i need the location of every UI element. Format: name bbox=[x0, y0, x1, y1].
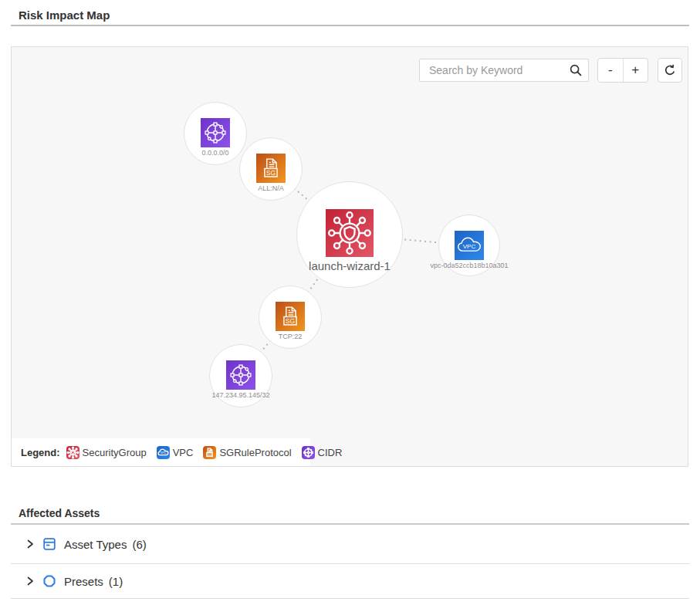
legend-item-security-group: SecurityGroup bbox=[66, 446, 147, 459]
asset-row-asset-types[interactable]: Asset Types(6) bbox=[11, 525, 689, 564]
graph-node-cidr-any[interactable]: 0.0.0.0/0 bbox=[184, 102, 247, 165]
zoom-out-button[interactable]: - bbox=[598, 59, 623, 82]
legend-item-label: SGRuleProtocol bbox=[219, 447, 291, 458]
legend-label: Legend: bbox=[21, 447, 60, 458]
risk-impact-map-canvas[interactable]: 0.0.0.0/0SGALL:N/Alaunch-wizard-1VPCvpc-… bbox=[11, 46, 688, 467]
chevron-right-icon bbox=[25, 576, 36, 586]
presets-icon bbox=[42, 574, 56, 588]
map-search bbox=[419, 59, 589, 82]
legend-item-cidr: CIDR bbox=[302, 446, 343, 459]
asset-row-label: Presets bbox=[64, 575, 103, 588]
vpc-icon: VPC bbox=[157, 446, 170, 459]
node-label: 147.234.95.145/32 bbox=[175, 391, 306, 399]
asset-row-label: Asset Types bbox=[64, 538, 127, 551]
svg-text:VPC: VPC bbox=[463, 243, 476, 250]
legend-item-label: SecurityGroup bbox=[83, 447, 147, 458]
node-label: ALL:N/A bbox=[205, 184, 336, 192]
security-group-icon bbox=[66, 446, 79, 459]
asset-row-count: (6) bbox=[132, 538, 146, 551]
asset-row-count: (1) bbox=[109, 575, 123, 588]
svg-text:VPC: VPC bbox=[160, 451, 166, 455]
svg-text:SG: SG bbox=[208, 453, 212, 456]
security-group-icon bbox=[326, 209, 374, 257]
search-icon[interactable] bbox=[569, 63, 583, 77]
search-input[interactable] bbox=[419, 59, 589, 82]
legend-item-label: CIDR bbox=[318, 447, 343, 458]
legend-item-sg-rule: SGSGRuleProtocol bbox=[203, 446, 291, 459]
cidr-icon bbox=[302, 446, 315, 459]
vpc-icon: VPC bbox=[455, 231, 484, 260]
graph-node-sg-rule-tcp22[interactable]: SGTCP:22 bbox=[259, 286, 322, 349]
chevron-right-icon bbox=[25, 539, 36, 549]
sg-rule-icon: SG bbox=[203, 446, 216, 459]
node-label: TCP:22 bbox=[225, 333, 356, 340]
legend-items: SecurityGroupVPCVPCSGSGRuleProtocolCIDR bbox=[66, 446, 353, 459]
affected-assets-title: Affected Assets bbox=[19, 507, 100, 519]
graph-node-launch-wizard-1[interactable]: launch-wizard-1 bbox=[296, 181, 403, 288]
zoom-in-button[interactable]: + bbox=[623, 59, 648, 82]
cidr-icon bbox=[201, 118, 230, 147]
svg-text:SG: SG bbox=[286, 317, 296, 325]
legend-item-label: VPC bbox=[173, 447, 194, 458]
refresh-icon bbox=[663, 63, 677, 77]
node-label: vpc-0da52ccb18b10a301 bbox=[404, 262, 534, 269]
legend-item-vpc: VPCVPC bbox=[157, 446, 194, 459]
page-title: Risk Impact Map bbox=[19, 8, 110, 22]
graph-node-sg-rule-all[interactable]: SGALL:N/A bbox=[239, 137, 303, 201]
graph-node-cidr-host[interactable]: 147.234.95.145/32 bbox=[209, 344, 272, 407]
zoom-controls: - + bbox=[597, 58, 648, 83]
asset-row-presets[interactable]: Presets(1) bbox=[11, 564, 689, 599]
asset-types-icon bbox=[42, 537, 56, 551]
title-divider bbox=[11, 25, 689, 26]
svg-text:SG: SG bbox=[266, 169, 276, 177]
graph-node-vpc[interactable]: VPCvpc-0da52ccb18b10a301 bbox=[438, 215, 500, 276]
sg-rule-icon: SG bbox=[276, 302, 305, 331]
sg-rule-icon: SG bbox=[256, 154, 286, 183]
cidr-icon bbox=[226, 360, 255, 390]
refresh-button[interactable] bbox=[658, 58, 682, 83]
legend: Legend: SecurityGroupVPCVPCSGSGRuleProto… bbox=[12, 438, 310, 466]
